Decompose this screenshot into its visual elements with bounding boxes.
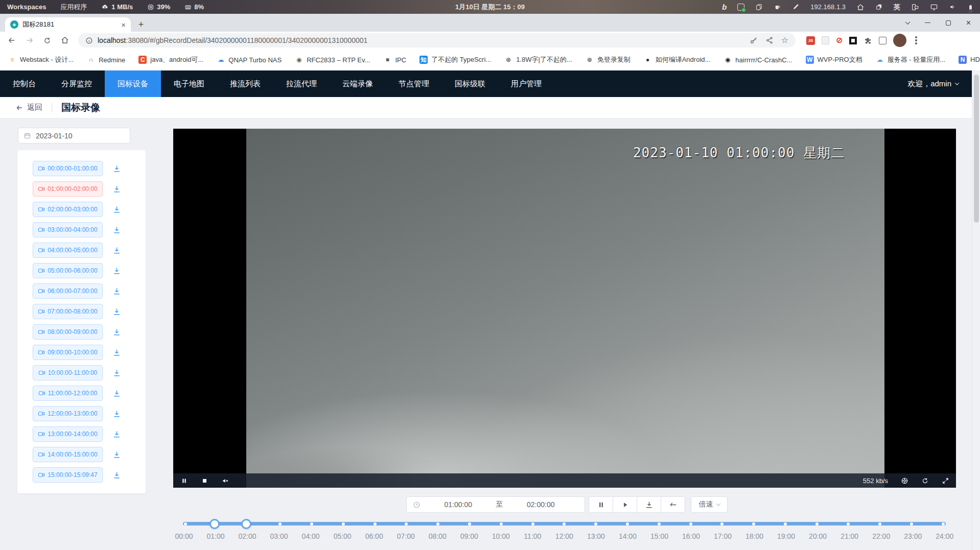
segment-download-button[interactable]	[111, 163, 122, 174]
timeline-end-handle[interactable]	[241, 519, 251, 529]
segment-download-button[interactable]	[111, 286, 122, 297]
bookmark-item[interactable]: N HDAtmos :: 种子 *...	[959, 55, 980, 64]
segment-download-button[interactable]	[111, 449, 122, 460]
site-info-icon[interactable]	[85, 37, 93, 44]
browser-menu-icon[interactable]	[913, 36, 919, 44]
profile-avatar[interactable]	[893, 34, 906, 47]
segment-play-button[interactable]: 15:00:00-15:09:47	[33, 467, 103, 483]
segment-play-button[interactable]: 03:00:00-04:00:00	[33, 222, 103, 237]
start-time-input[interactable]: 01:00:00	[421, 500, 496, 509]
pen-tool-tray-icon[interactable]	[792, 3, 800, 11]
refresh-icon[interactable]	[921, 477, 929, 485]
window-dropdown-icon[interactable]	[905, 19, 910, 25]
segment-play-button[interactable]: 07:00:00-08:00:00	[33, 304, 103, 319]
bookmark-item[interactable]: ⊕ 免登录复制	[586, 55, 631, 64]
home-tray-icon[interactable]	[856, 3, 865, 11]
nav-tab[interactable]: 用户管理	[498, 70, 554, 97]
nav-tab[interactable]: 国标级联	[442, 70, 498, 97]
forward-icon[interactable]	[25, 36, 34, 45]
extension-doc-icon[interactable]	[822, 36, 829, 44]
new-tab-button[interactable]: +	[134, 17, 148, 32]
bookmark-item[interactable]: ☁ QNAP Turbo NAS	[217, 56, 282, 64]
segment-download-button[interactable]	[111, 306, 122, 317]
extensions-puzzle-icon[interactable]	[864, 36, 872, 45]
segment-download-button[interactable]	[111, 245, 122, 256]
time-range-picker[interactable]: 01:00:00 至 02:00:00	[406, 496, 585, 513]
bookmarks-overflow-icon[interactable]: »	[968, 0, 973, 21]
tab-close-icon[interactable]: ×	[121, 21, 126, 29]
segment-play-button[interactable]: 04:00:00-05:00:00	[33, 243, 103, 258]
rewind-button[interactable]	[661, 496, 685, 513]
back-button[interactable]: 返回	[15, 103, 42, 112]
segment-download-button[interactable]	[111, 388, 122, 399]
segment-play-button[interactable]: 11:00:00-12:00:00	[33, 386, 103, 401]
pause-icon[interactable]	[181, 477, 188, 484]
bookmark-star-icon[interactable]: ☆	[781, 36, 788, 44]
b-app-tray-icon[interactable]: b	[722, 3, 727, 11]
snapshot-aperture-icon[interactable]	[901, 477, 908, 485]
nav-tab[interactable]: 分屏监控	[49, 70, 105, 97]
nav-tab[interactable]: 拉流代理	[273, 70, 330, 97]
segment-download-button[interactable]	[111, 184, 122, 195]
bookmark-item[interactable]: ◉ hairrrrr/C-CrashC...	[724, 56, 792, 64]
segment-download-button[interactable]	[111, 368, 122, 378]
segment-download-button[interactable]	[111, 266, 122, 276]
speed-dropdown-button[interactable]: 倍速	[691, 496, 728, 513]
bookmark-item[interactable]: ∩ Redmine	[87, 56, 125, 64]
extension-blocker-icon[interactable]: ⊘	[836, 36, 843, 44]
browser-tab[interactable]: ◈ 国标28181 ×	[5, 17, 131, 32]
ip-address[interactable]: 192.168.1.3	[810, 3, 846, 11]
segment-download-button[interactable]	[111, 327, 122, 338]
clipboard-copy-tray-icon[interactable]	[755, 3, 763, 11]
bookmark-item[interactable]: ◉ RFC2833 – RTP Ev...	[295, 56, 370, 64]
volume-tray-icon[interactable]	[949, 3, 956, 11]
workspaces-button[interactable]: Workspaces	[7, 3, 46, 11]
memory-usage[interactable]: 8%	[184, 3, 204, 11]
beverage-tray-icon[interactable]	[774, 3, 781, 11]
timeline-track[interactable]	[183, 522, 946, 525]
password-key-icon[interactable]	[750, 36, 758, 44]
segment-play-button[interactable]: 13:00:00-14:00:00	[33, 426, 103, 442]
user-menu[interactable]: 欢迎，admin	[907, 70, 972, 97]
nav-tab[interactable]: 国标设备	[105, 70, 161, 97]
bookmark-item[interactable]: ● 如何编译Android...	[644, 55, 711, 64]
segment-play-button[interactable]: 01:00:00-02:00:00	[33, 181, 103, 197]
share-icon[interactable]	[765, 36, 774, 44]
nav-tab[interactable]: 电子地图	[161, 70, 217, 97]
segment-play-button[interactable]: 02:00:00-03:00:00	[33, 202, 103, 217]
bookmark-item[interactable]: 知 了不起的 TypeScri...	[419, 55, 491, 64]
bookmark-item[interactable]: ■ IPC	[383, 56, 406, 64]
segment-download-button[interactable]	[111, 225, 122, 235]
segment-download-button[interactable]	[111, 409, 122, 419]
segment-play-button[interactable]: 12:00:00-13:00:00	[33, 406, 103, 421]
stop-icon[interactable]	[201, 477, 208, 484]
mute-icon[interactable]	[222, 477, 229, 485]
video-player[interactable]: 2023-01-10 01:00:00 星期二 552 kb/s	[173, 129, 956, 488]
window-maximize-button[interactable]	[946, 20, 951, 26]
date-picker-input[interactable]: 2023-01-10	[18, 128, 130, 144]
extension-square-icon[interactable]	[879, 37, 886, 44]
nav-tab[interactable]: 云端录像	[330, 70, 386, 97]
phone-screen-tray-icon[interactable]	[911, 3, 919, 11]
back-icon[interactable]	[7, 36, 16, 45]
windows-layers-tray-icon[interactable]	[875, 3, 883, 11]
bookmark-item[interactable]: ☁ 服务器 - 轻量应用...	[876, 55, 945, 64]
segment-play-button[interactable]: 00:00:00-01:00:00	[33, 161, 103, 176]
segment-download-button[interactable]	[111, 470, 122, 481]
segment-play-button[interactable]: 09:00:00-10:00:00	[33, 345, 103, 360]
app-notification-tray-icon[interactable]	[737, 4, 744, 11]
segment-play-button[interactable]: 14:00:00-15:00:00	[33, 447, 103, 462]
input-method-indicator[interactable]: 英	[894, 3, 900, 12]
bookmark-item[interactable]: ⊕ 1.8W字|了不起的...	[504, 55, 572, 64]
fullscreen-icon[interactable]	[942, 477, 949, 485]
bookmark-item[interactable]: ≡ Webstack - 设计...	[8, 55, 74, 64]
segment-download-button[interactable]	[111, 347, 122, 358]
timeline-start-handle[interactable]	[209, 519, 220, 529]
nav-tab[interactable]: 控制台	[0, 70, 49, 97]
play-button[interactable]	[613, 496, 637, 513]
extension-js-icon[interactable]: JS	[806, 36, 815, 45]
segment-play-button[interactable]: 10:00:00-11:00:00	[33, 365, 103, 380]
cpu-usage[interactable]: 39%	[147, 3, 170, 11]
segment-download-button[interactable]	[111, 429, 122, 440]
end-time-input[interactable]: 02:00:00	[503, 500, 579, 509]
